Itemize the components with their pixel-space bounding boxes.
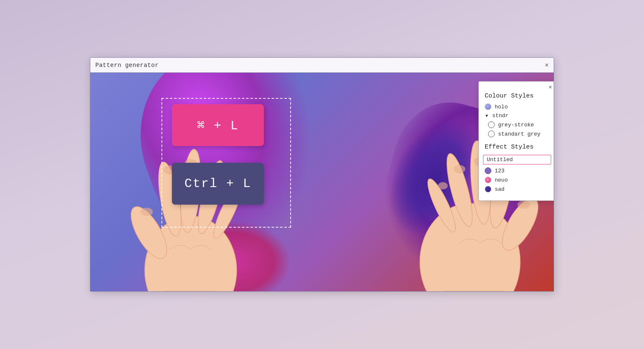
holo-label: holo xyxy=(495,104,508,110)
effect-styles-title: Effect Styles xyxy=(479,142,554,153)
key-text-dark: Ctrl + L xyxy=(184,177,251,191)
app-title: Pattern generator xyxy=(95,62,158,69)
standart-grey-label: standart grey xyxy=(498,131,540,137)
svg-point-22 xyxy=(438,182,447,189)
effect-123-swatch xyxy=(485,167,491,174)
styles-panel: × Colour Styles holo ▼ stndr grey-stroke… xyxy=(478,81,554,201)
grey-stroke-swatch xyxy=(488,121,495,128)
effect-item-sad[interactable]: sad xyxy=(479,185,554,194)
key-card-pink: ⌘ + L xyxy=(172,104,264,146)
effect-item-123[interactable]: 123 xyxy=(479,166,554,175)
colour-item-holo[interactable]: holo xyxy=(479,102,554,111)
holo-color-swatch xyxy=(485,103,491,110)
effect-sad-swatch xyxy=(485,186,491,192)
effect-name-input[interactable] xyxy=(483,155,551,164)
key-card-dark: Ctrl + L xyxy=(172,163,264,205)
app-window: Pattern generator × ⌘ + L Ctrl + L xyxy=(90,57,554,292)
panel-close-row: × xyxy=(479,82,554,91)
svg-point-11 xyxy=(141,208,153,216)
window-close-button[interactable]: × xyxy=(545,62,549,69)
stndr-label: stndr xyxy=(492,113,509,119)
colour-item-standart-grey[interactable]: standart grey xyxy=(479,129,554,139)
canvas-area: ⌘ + L Ctrl + L xyxy=(90,73,554,291)
panel-close-button[interactable]: × xyxy=(549,84,552,90)
colour-item-grey-stroke[interactable]: grey-stroke xyxy=(479,120,554,129)
grey-stroke-label: grey-stroke xyxy=(498,122,534,128)
key-text-pink: ⌘ + L xyxy=(197,118,239,133)
title-bar: Pattern generator × xyxy=(90,58,554,73)
svg-point-23 xyxy=(518,201,529,208)
colour-item-stndr[interactable]: ▼ stndr xyxy=(479,111,554,120)
stndr-chevron-icon: ▼ xyxy=(485,113,489,118)
standart-grey-swatch xyxy=(488,131,495,137)
svg-point-21 xyxy=(454,165,465,173)
effect-neuo-swatch xyxy=(485,177,491,183)
effect-item-neuo[interactable]: neuo xyxy=(479,175,554,185)
effect-sad-label: sad xyxy=(495,186,504,192)
colour-styles-title: Colour Styles xyxy=(479,91,554,102)
effect-123-label: 123 xyxy=(495,168,504,174)
effect-neuo-label: neuo xyxy=(495,177,508,183)
